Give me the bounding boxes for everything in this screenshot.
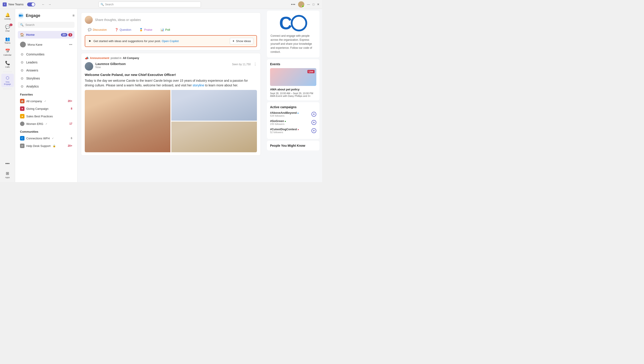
sidebar-search-bar[interactable]: 🔍 Search <box>18 22 74 28</box>
hamburger-icon[interactable]: ≡ <box>72 14 74 18</box>
fav-left: ★ Sales Best Practices <box>20 114 53 118</box>
leaders-icon: ⊙ <box>20 60 24 64</box>
maximize-button[interactable]: □ <box>312 3 314 6</box>
women-erg-avatar <box>20 122 24 126</box>
back-button[interactable]: ← <box>40 2 46 7</box>
sidebar-brand-name: Engage <box>26 13 40 18</box>
campaign-cutest-dog: #CutestDogContest 52 followers + <box>270 128 316 134</box>
fav-left: C Connections WFH ✓ <box>20 136 54 141</box>
discussion-button[interactable]: 💬 Discussion <box>85 27 110 33</box>
sidebar-item-calls[interactable]: 📞 Calls <box>1 59 14 70</box>
help-desk-locked: 🔒 <box>53 145 56 147</box>
praise-button[interactable]: 🏅 Praise <box>136 27 156 33</box>
more-options-button[interactable]: ••• <box>291 3 296 7</box>
campaign-add-button-1[interactable]: + <box>312 112 316 117</box>
people-card: People You Might Know <box>267 141 320 151</box>
forward-button[interactable]: → <box>47 2 52 7</box>
help-desk-count: 20+ <box>68 144 72 147</box>
close-button[interactable]: ✕ <box>317 3 320 6</box>
copilot-text: Get started with ideas and suggestions f… <box>94 40 179 43</box>
storylines-icon: ⊙ <box>20 76 24 80</box>
post-image-person <box>85 90 170 152</box>
nav-item-storylines[interactable]: ⊙ Storylines <box>18 75 74 82</box>
fav-left: 🏠 All company ✓ <box>20 99 46 103</box>
nav-item-leaders[interactable]: ⊙ Leaders <box>18 59 74 66</box>
user-avatar-sm <box>20 42 26 48</box>
copilot-left: ✦ Get started with ideas and suggestions… <box>88 39 179 43</box>
campaign-add-button-3[interactable]: + <box>312 128 316 133</box>
composer-avatar <box>85 16 93 24</box>
discussion-label: Discussion <box>93 28 107 31</box>
open-copilot-link[interactable]: Open Copilot <box>162 40 179 43</box>
composer-placeholder[interactable]: Share thoughts, ideas or updates <box>95 18 141 22</box>
post-body: Today is the day we welcome Carole to th… <box>85 78 257 88</box>
co-letter-o <box>291 15 307 31</box>
people-title: People You Might Know <box>270 144 316 147</box>
women-erg-name: Women ERG <box>26 122 43 126</box>
fav-left: ♥ Giving Campaign <box>20 106 48 111</box>
home-badge-red: 3 <box>68 33 72 37</box>
new-teams-toggle[interactable] <box>27 3 35 7</box>
analytics-label: Analytics <box>26 85 39 88</box>
more-apps-button[interactable]: ••• <box>1 160 14 168</box>
nav-item-analytics[interactable]: ⊙ Analytics <box>18 83 74 90</box>
campaign-add-button-2[interactable]: + <box>312 120 316 125</box>
poll-button[interactable]: 📊 Poll <box>157 27 173 33</box>
campaign-tag-2[interactable]: #GoGreen <box>270 119 286 123</box>
women-erg-count: 17 <box>70 122 72 125</box>
sales-name: Sales Best Practices <box>26 115 53 118</box>
global-search-bar[interactable]: 🔍 Search <box>98 2 201 7</box>
question-button[interactable]: ❓ Question <box>112 27 134 33</box>
sidebar-item-calendar[interactable]: 📅 Calendar <box>1 47 14 58</box>
sidebar-brand: Engage <box>18 13 40 19</box>
campaigns-card: Active campaigns #AboveAndBeyond 534 fol… <box>267 102 320 139</box>
home-badge-blue: 20+ <box>61 33 68 37</box>
campaign-tag-3[interactable]: #CutestDogContest <box>270 128 299 131</box>
fav-item-help-desk[interactable]: H Help Desk Support 🔒 20+ <box>18 142 74 149</box>
search-placeholder: Search <box>105 3 114 6</box>
minimize-button[interactable]: — <box>307 3 310 6</box>
post-more-icon[interactable]: ⋮ <box>253 62 257 66</box>
praise-icon: 🏅 <box>139 28 143 31</box>
sidebar-user-item[interactable]: Mona Kane ••• <box>18 40 74 49</box>
campaign-followers-2: 235 followers <box>270 123 286 125</box>
activity-label: Activity <box>4 18 11 20</box>
event-name[interactable]: AMA about pet policy <box>270 88 316 91</box>
show-ideas-button[interactable]: ✦ Show ideas <box>230 38 253 44</box>
calendar-label: Calendar <box>3 54 12 56</box>
fav-item-women-erg[interactable]: Women ERG ✓ 17 <box>18 120 74 127</box>
fav-item-sales[interactable]: ★ Sales Best Practices <box>18 113 74 120</box>
right-panel: C Connect and engage with people across … <box>264 9 322 182</box>
connections-count: 6 <box>71 137 72 140</box>
storylines-label: Storylines <box>26 77 40 80</box>
viva-engage-icon: ⬡ <box>6 76 9 80</box>
poll-label: Poll <box>165 28 170 31</box>
sidebar-item-teams[interactable]: 👥 Teams <box>1 35 14 46</box>
campaign-tag-1[interactable]: #AboveAndBeyond <box>270 111 299 114</box>
title-bar: T New Teams ← → 🔍 Search ••• — □ ✕ <box>0 0 322 9</box>
answers-icon: ⊙ <box>20 68 24 72</box>
help-desk-icon: H <box>20 144 24 148</box>
user-more-icon[interactable]: ••• <box>69 43 72 46</box>
user-avatar[interactable] <box>298 1 304 8</box>
post-author-info: Laurence Gilbertson Now <box>96 62 126 71</box>
giving-count: 8 <box>71 107 72 110</box>
sidebar-item-apps[interactable]: ⊞ Apps <box>1 169 14 180</box>
nav-buttons: ← → <box>40 2 52 7</box>
nav-item-communities[interactable]: ⊙ Communities <box>18 51 74 58</box>
nav-item-answers[interactable]: ⊙ Answers <box>18 67 74 74</box>
calls-label: Calls <box>5 66 10 68</box>
question-label: Question <box>120 28 131 31</box>
sidebar-item-viva-engage[interactable]: ⬡ Viva Engage <box>1 74 14 87</box>
sidebar-item-chat[interactable]: 1 💬 Chat <box>1 23 14 34</box>
composer-top: Share thoughts, ideas or updates <box>85 16 257 24</box>
sidebar-home-item[interactable]: 🏠 Home 20+ 3 <box>18 31 74 39</box>
giving-name: Giving Campaign <box>26 107 48 110</box>
fav-item-connections-wfh[interactable]: C Connections WFH ✓ 6 <box>18 135 74 142</box>
more-icon: ••• <box>5 161 10 166</box>
sidebar-item-activity[interactable]: 🔔 Activity <box>1 11 14 22</box>
fav-item-all-company[interactable]: 🏠 All company ✓ 20+ <box>18 98 74 105</box>
fav-item-giving[interactable]: ♥ Giving Campaign 8 <box>18 105 74 112</box>
storyline-link[interactable]: storyline <box>193 84 204 87</box>
analytics-icon: ⊙ <box>20 84 24 88</box>
